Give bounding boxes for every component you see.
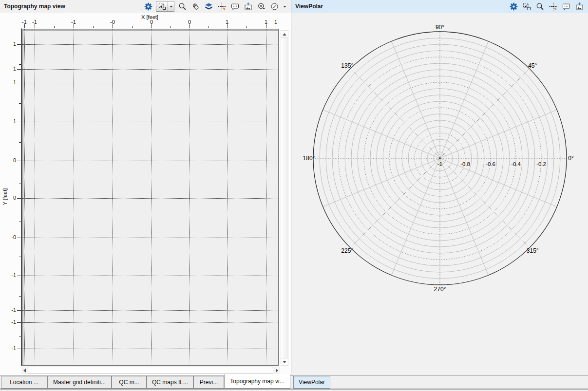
scroll-down-button[interactable] bbox=[281, 358, 288, 365]
position-crosshair-icon bbox=[218, 2, 226, 11]
tabbar-bottom-line bbox=[0, 389, 588, 390]
polar-radial-label: -0.6 bbox=[486, 161, 495, 167]
horizontal-gridline bbox=[22, 44, 278, 45]
tab-qc-maps-il[interactable]: QC maps IL... bbox=[147, 376, 193, 389]
horizontal-gridline bbox=[22, 238, 278, 238]
polar-angle-label: 135° bbox=[341, 62, 353, 69]
horizontal-gridline bbox=[22, 69, 278, 70]
y-tick-label: -1 bbox=[2, 345, 16, 351]
vertical-gridline bbox=[74, 29, 74, 365]
y-tick-mark bbox=[17, 310, 21, 311]
compass-button[interactable] bbox=[269, 1, 280, 12]
y-tick-mark bbox=[17, 238, 21, 238]
application-window: Topography map view X [feet] Y [feet] -1… bbox=[0, 0, 588, 391]
vertical-gridline bbox=[190, 29, 190, 365]
export-image-button[interactable] bbox=[574, 1, 585, 12]
polar-ray bbox=[440, 158, 488, 275]
y-tick-label: 1 bbox=[2, 66, 16, 72]
polar-radial-label: -0.2 bbox=[536, 161, 546, 167]
pointer-select-icon bbox=[156, 1, 168, 11]
tab-master-grid-definiti[interactable]: Master grid definiti... bbox=[47, 376, 112, 389]
y-minor-tick-mark bbox=[19, 142, 21, 143]
map-plot-canvas[interactable] bbox=[21, 29, 279, 366]
viewpolar-panel-header: ViewPolar bbox=[291, 0, 588, 13]
compass-dropdown-button[interactable] bbox=[282, 1, 287, 12]
export-image-button[interactable] bbox=[243, 1, 253, 12]
page-title: ViewPolar bbox=[291, 3, 323, 10]
vertical-scrollbar[interactable] bbox=[281, 30, 288, 366]
settings-gear-button[interactable] bbox=[143, 1, 153, 12]
horizontal-gridline bbox=[22, 322, 278, 323]
tab-qc-m[interactable]: QC m... bbox=[112, 376, 147, 389]
comment-button[interactable] bbox=[561, 1, 571, 12]
horizontal-gridline bbox=[22, 161, 278, 161]
tab-location[interactable]: Location ... bbox=[1, 376, 47, 389]
x-minor-tick-mark bbox=[209, 26, 209, 28]
scroll-right-button[interactable] bbox=[273, 367, 280, 374]
scroll-left-button[interactable] bbox=[21, 367, 28, 374]
comment-icon bbox=[562, 2, 570, 11]
polar-ray bbox=[440, 41, 488, 158]
polar-ray bbox=[392, 41, 440, 158]
pointer-select-button[interactable] bbox=[521, 1, 532, 12]
bottom-tab-bar: Location ...Master grid definiti...QC m.… bbox=[0, 375, 588, 391]
x-tick-mark bbox=[266, 24, 266, 28]
y-minor-tick-mark bbox=[19, 64, 21, 65]
y-tick-mark bbox=[17, 44, 21, 45]
mouse-pick-icon bbox=[191, 2, 200, 11]
y-tick-mark bbox=[17, 83, 21, 83]
y-tick-label: 0 bbox=[2, 195, 16, 201]
viewpolar-toolbar bbox=[508, 1, 588, 12]
settings-gear-button[interactable] bbox=[508, 1, 519, 12]
position-crosshair-button[interactable] bbox=[216, 1, 227, 12]
y-minor-tick-mark bbox=[19, 336, 21, 336]
scroll-up-button[interactable] bbox=[281, 31, 288, 38]
layers-button[interactable] bbox=[203, 1, 214, 12]
tab-previ[interactable]: Previ... bbox=[193, 376, 224, 389]
mouse-pick-button[interactable] bbox=[190, 1, 201, 12]
zoom-magnifier-button[interactable] bbox=[177, 1, 188, 12]
comment-icon bbox=[231, 2, 239, 11]
zoom-magnifier-button[interactable] bbox=[534, 1, 545, 12]
horizontal-gridline bbox=[22, 122, 278, 122]
vertical-gridline bbox=[24, 29, 25, 365]
comment-button[interactable] bbox=[229, 1, 240, 12]
tab-viewpolar[interactable]: ViewPolar bbox=[293, 376, 330, 389]
y-minor-tick-mark bbox=[19, 222, 21, 222]
tab-topography-map-vi[interactable]: Topography map vi... bbox=[224, 374, 290, 389]
topography-panel-header: Topography map view bbox=[0, 0, 291, 13]
compass-icon bbox=[270, 2, 279, 11]
arrow-down-icon bbox=[283, 361, 286, 363]
polar-angle-label: 315° bbox=[527, 247, 539, 254]
y-tick-mark bbox=[17, 161, 21, 161]
viewpolar-panel: 0°45°90°135°180°225°270°315°-1-0.8-0.6-0… bbox=[291, 0, 588, 375]
x-minor-tick-mark bbox=[171, 26, 171, 28]
y-minor-tick-mark bbox=[19, 184, 21, 184]
polar-angle-label: 270° bbox=[434, 286, 446, 293]
horizontal-scroll-thumb[interactable] bbox=[28, 367, 273, 374]
position-crosshair-button[interactable] bbox=[548, 1, 558, 12]
pointer-select-button[interactable] bbox=[156, 1, 174, 12]
polar-radial-label: -1 bbox=[437, 161, 442, 167]
x-tick-mark bbox=[190, 24, 190, 28]
horizontal-scrollbar[interactable] bbox=[21, 367, 280, 374]
settings-gear-icon bbox=[144, 2, 152, 11]
polar-angle-label: 45° bbox=[528, 62, 537, 69]
polar-angle-label: 0° bbox=[568, 155, 574, 162]
arrow-up-icon bbox=[283, 33, 286, 36]
polar-ray bbox=[440, 110, 557, 158]
measure-tape-button[interactable] bbox=[256, 1, 266, 12]
vertical-gridline bbox=[35, 29, 35, 365]
horizontal-gridline bbox=[22, 349, 278, 349]
horizontal-gridline bbox=[22, 276, 278, 276]
polar-radial-label: -0.8 bbox=[460, 161, 470, 167]
y-minor-tick-mark bbox=[19, 296, 21, 297]
x-minor-tick-mark bbox=[132, 26, 133, 28]
polar-angle-label: 180° bbox=[303, 155, 315, 162]
horizontal-gridline bbox=[22, 198, 278, 199]
vertical-gridline bbox=[152, 29, 152, 365]
layers-icon bbox=[205, 2, 213, 11]
pointer-select-dropdown-button[interactable] bbox=[168, 1, 174, 11]
y-tick-mark bbox=[17, 276, 21, 276]
polar-plot-canvas[interactable]: 0°45°90°135°180°225°270°315°-1-0.8-0.6-0… bbox=[291, 0, 588, 375]
